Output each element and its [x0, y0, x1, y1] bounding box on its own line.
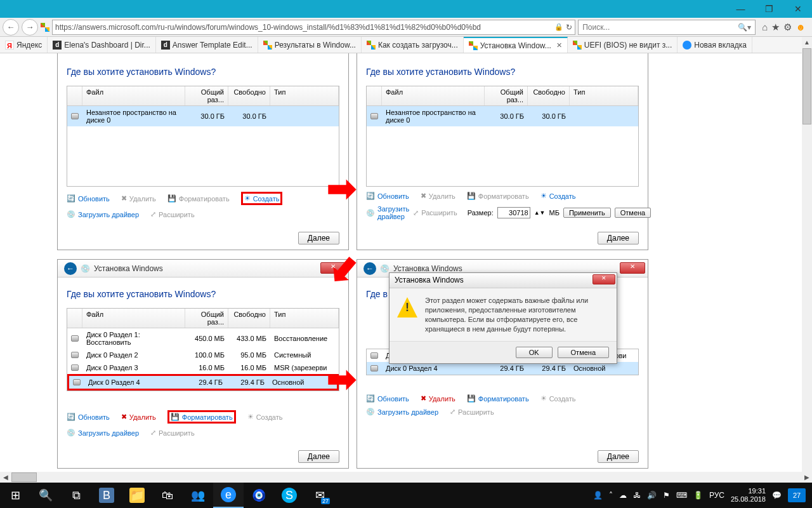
onedrive-icon[interactable]: ☁ — [619, 491, 627, 500]
ms-icon — [573, 41, 582, 50]
taskbar-app-assist[interactable]: 🧿 — [244, 483, 274, 508]
refresh-tool[interactable]: 🔄Обновить — [67, 192, 110, 205]
dialog-close-icon[interactable]: ✕ — [593, 274, 615, 284]
load-driver-tool[interactable]: 💿Загрузить драйвер — [67, 429, 139, 437]
keyboard-icon[interactable]: ⌨ — [676, 491, 687, 500]
delete-tool[interactable]: ✖Удалить — [121, 410, 156, 424]
taskbar-app-store[interactable]: 🛍 — [152, 483, 183, 508]
battery-icon[interactable]: 🔋 — [693, 491, 703, 500]
cancel-button[interactable]: Отмена — [615, 208, 651, 218]
new-tool: ☀Создать — [247, 410, 283, 424]
search-icon[interactable]: 🔍▾ — [738, 23, 751, 32]
d-icon: d — [53, 41, 62, 50]
language-indicator[interactable]: РУС — [709, 491, 724, 500]
arrow-annotation: ➡ — [327, 358, 357, 399]
network-icon[interactable]: 🖧 — [633, 491, 641, 500]
scroll-thumb[interactable] — [802, 48, 811, 124]
scroll-left-icon[interactable]: ◀ — [0, 472, 11, 483]
disk-row-unallocated[interactable]: Незанятое пространство на диске 030.0 ГБ… — [367, 106, 638, 126]
notifications-icon[interactable]: 💬 — [772, 491, 782, 500]
tool-row-2: 💿Загрузить драйвер ⤢Расширить — [58, 208, 348, 221]
scroll-thumb[interactable] — [11, 472, 37, 482]
notification-badge[interactable]: 27 — [788, 488, 806, 502]
system-tray: 👤 ˄ ☁ 🖧 🔊 ⚑ ⌨ 🔋 РУС 19:3125.08.2018 💬 27 — [587, 487, 812, 504]
load-driver-tool[interactable]: 💿Загрузить драйвер — [366, 205, 409, 220]
new-tool-highlighted[interactable]: ☀Создать — [241, 192, 283, 205]
taskbar-app-outlook[interactable]: ✉27 — [304, 483, 335, 508]
forward-button[interactable]: → — [22, 19, 38, 36]
tab-results[interactable]: Результаты в Window... — [258, 37, 362, 53]
tab-bootable[interactable]: Как создать загрузоч... — [362, 37, 464, 53]
clock[interactable]: 19:3125.08.2018 — [731, 487, 766, 504]
ok-button[interactable]: OK — [516, 347, 553, 358]
back-icon[interactable]: ← — [64, 262, 77, 275]
vertical-scrollbar[interactable]: ▲ ▼ — [802, 37, 812, 483]
disk-table: ФайлОбщий раз...СвободноТип Незанятое пр… — [67, 86, 339, 187]
load-driver-tool[interactable]: 💿Загрузить драйвер — [366, 408, 438, 416]
taskbar: ⊞ 🔍 ⧉ В 📁 🛍 👥 e 🧿 S ✉27 👤 ˄ ☁ 🖧 🔊 ⚑ ⌨ 🔋 … — [0, 483, 812, 508]
refresh-tool[interactable]: 🔄Обновить — [67, 410, 110, 424]
smiley-icon[interactable]: ☻ — [796, 22, 806, 33]
tray-chevron-icon[interactable]: ˄ — [609, 491, 613, 500]
disk-row-4-highlighted[interactable]: Диск 0 Раздел 429.4 ГБ29.4 ГБОсновной — [67, 374, 339, 391]
install-panel-4: ←💿 Установка Windows✕ Где в Диск 0 Разде… — [357, 259, 648, 469]
refresh-tool[interactable]: 🔄Обновить — [366, 192, 409, 200]
scroll-up-icon[interactable]: ▲ — [802, 37, 812, 48]
load-driver-tool[interactable]: 💿Загрузить драйвер — [67, 210, 139, 218]
disk-row-1[interactable]: Диск 0 Раздел 1: Восстановить450.0 МБ433… — [67, 328, 339, 349]
maximize-button[interactable]: ❐ — [755, 0, 783, 18]
horizontal-scrollbar[interactable]: ◀ ▶ — [0, 472, 812, 483]
disk-row-2[interactable]: Диск 0 Раздел 2100.0 МБ95.0 МБСистемный — [67, 349, 339, 361]
favorites-icon[interactable]: ★ — [771, 22, 780, 33]
refresh-tool[interactable]: 🔄Обновить — [366, 394, 409, 403]
new-tool[interactable]: ☀Создать — [540, 192, 576, 200]
tab-install-active[interactable]: Установка Window...✕ — [464, 37, 568, 53]
ms-icon — [263, 41, 272, 50]
search-button[interactable]: 🔍 — [30, 483, 61, 508]
flag-icon[interactable]: ⚑ — [663, 491, 670, 500]
taskbar-app-ie[interactable]: e — [213, 483, 244, 508]
search-bar[interactable]: Поиск... 🔍▾ — [578, 20, 756, 35]
back-button[interactable]: ← — [3, 19, 19, 36]
next-button[interactable]: Далее — [298, 232, 339, 244]
disk-row-3[interactable]: Диск 0 Раздел 316.0 МБ16.0 МБMSR (зарезе… — [67, 361, 339, 374]
taskbar-app-vk[interactable]: В — [91, 483, 122, 508]
start-button[interactable]: ⊞ — [0, 483, 30, 508]
apply-button-highlighted[interactable]: Применить — [563, 208, 611, 218]
next-button[interactable]: Далее — [598, 232, 639, 244]
arrow-annotation: ➡ — [327, 168, 357, 209]
extend-tool: ⤢Расширить — [413, 209, 457, 217]
taskview-button[interactable]: ⧉ — [61, 483, 91, 508]
cancel-button[interactable]: Отмена — [558, 347, 609, 358]
tab-yandex[interactable]: ЯЯндекс — [0, 37, 48, 53]
tab-newtab[interactable]: Новая вкладка — [678, 37, 752, 53]
people-icon[interactable]: 👤 — [593, 491, 603, 500]
taskbar-app-explorer[interactable]: 📁 — [122, 483, 152, 508]
home-icon[interactable]: ⌂ — [762, 22, 768, 33]
scroll-right-icon[interactable]: ▶ — [801, 472, 812, 483]
panel-close-icon[interactable]: ✕ — [620, 262, 645, 274]
next-button[interactable]: Далее — [598, 450, 639, 463]
disk-row-unallocated[interactable]: Незанятое пространство на диске 030.0 ГБ… — [67, 106, 339, 126]
tab-close-icon[interactable]: ✕ — [556, 41, 562, 50]
minimize-button[interactable]: — — [726, 0, 755, 18]
format-tool-highlighted[interactable]: 💾Форматировать — [167, 410, 236, 424]
size-input[interactable] — [497, 207, 530, 218]
disk-table: ФайлОбщий раз...СвободноТип Незанятое пр… — [366, 86, 639, 187]
tab-dashboard[interactable]: dElena's Dashboard | Dir... — [48, 37, 155, 53]
tab-uefi[interactable]: UEFI (BIOS) не видит з... — [568, 37, 678, 53]
next-button[interactable]: Далее — [298, 450, 339, 463]
volume-icon[interactable]: 🔊 — [647, 491, 657, 500]
close-button[interactable]: ✕ — [783, 0, 812, 18]
taskbar-app-skype[interactable]: S — [274, 483, 304, 508]
delete-tool[interactable]: ✖Удалить — [421, 394, 455, 403]
ms-icon — [367, 41, 376, 50]
tools-icon[interactable]: ⚙ — [783, 22, 792, 33]
disk-icon — [71, 113, 79, 119]
disk-icon — [370, 113, 378, 119]
address-bar[interactable]: https://answers.microsoft.com/ru-ru/wind… — [52, 20, 575, 35]
tab-template[interactable]: dAnswer Template Edit... — [156, 37, 258, 53]
refresh-icon[interactable]: ↻ — [566, 23, 572, 32]
format-tool[interactable]: 💾Форматировать — [467, 394, 529, 403]
taskbar-app-mail[interactable]: 👥 — [183, 483, 213, 508]
